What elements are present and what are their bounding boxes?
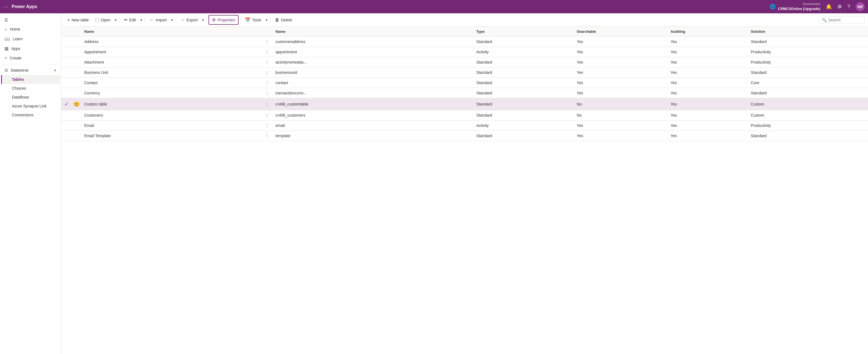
bell-icon[interactable]: 🔔	[826, 4, 832, 10]
row-check-cell[interactable]	[61, 120, 72, 131]
row-dots[interactable]: ⋮	[261, 131, 272, 141]
row-check-cell[interactable]: ✓	[61, 98, 72, 110]
row-check-cell[interactable]	[61, 110, 72, 120]
col-header-solution[interactable]: Solution	[748, 27, 868, 37]
sidebar-create-label: Create	[10, 56, 22, 60]
home-icon: ⌂	[4, 27, 7, 32]
row-check-cell[interactable]	[61, 88, 72, 98]
delete-button[interactable]: 🗑 Delete	[272, 16, 295, 24]
properties-button[interactable]: ⚙ Properties	[209, 15, 239, 25]
sidebar-item-connections[interactable]: Connections	[1, 110, 60, 119]
grid-icon[interactable]: ⋯	[3, 4, 8, 10]
edit-icon: ✏	[124, 17, 128, 23]
row-check-cell[interactable]	[61, 131, 72, 141]
sidebar-learn-label: Learn	[13, 37, 23, 41]
col-header-check	[61, 27, 72, 37]
sidebar-item-azure-synapse[interactable]: Azure Synapse Link	[1, 102, 60, 110]
row-check-cell[interactable]	[61, 57, 72, 67]
row-dots[interactable]: ⋮	[261, 57, 272, 67]
create-icon: +	[4, 56, 7, 61]
row-solution: Productivity	[748, 47, 868, 57]
row-dots[interactable]: ⋮	[261, 78, 272, 88]
table-row[interactable]: Appointment ⋮ appointment Activity Yes Y…	[61, 47, 868, 57]
sidebar-item-home[interactable]: ⌂ Home	[1, 25, 60, 34]
row-dots[interactable]: ⋮	[261, 98, 272, 110]
sidebar-item-create[interactable]: + Create	[1, 53, 60, 63]
row-auditing: Yes	[667, 131, 748, 141]
new-table-button[interactable]: + New table	[64, 16, 92, 24]
row-name-value: email	[272, 120, 473, 131]
row-check-cell[interactable]	[61, 47, 72, 57]
search-input[interactable]	[828, 18, 862, 22]
row-dots[interactable]: ⋮	[261, 47, 272, 57]
sidebar-item-dataflows[interactable]: Dataflows	[1, 93, 60, 102]
table-row[interactable]: Attachment ⋮ activitymimeatta... Standar…	[61, 57, 868, 67]
import-button[interactable]: ← Import	[147, 16, 169, 24]
row-dots[interactable]: ⋮	[261, 37, 272, 47]
table-row[interactable]: Email Template ⋮ template Standard Yes Y…	[61, 131, 868, 141]
edit-chevron[interactable]: ▾	[139, 16, 143, 24]
sidebar-item-apps[interactable]: ▦ Apps	[1, 44, 60, 53]
environment-label: Environment	[778, 2, 820, 6]
row-type: Activity	[473, 47, 573, 57]
environment-block[interactable]: Environment CRMC3Online (Upgrade)	[778, 2, 820, 11]
col-header-auditing[interactable]: Auditing	[667, 27, 748, 37]
toolbar: + New table ⬚ Open ▾ ✏ Edit ▾ ← Import ▾	[61, 13, 868, 27]
open-label: Open	[101, 18, 111, 22]
sidebar-divider	[1, 64, 60, 64]
help-icon[interactable]: ?	[847, 4, 850, 10]
row-dots[interactable]: ⋮	[261, 67, 272, 78]
sidebar-dataverse-header[interactable]: ⊙ Dataverse ∧	[1, 65, 60, 75]
table-row[interactable]: Email ⋮ email Activity Yes Yes Productiv…	[61, 120, 868, 131]
export-button[interactable]: → Export	[178, 16, 200, 24]
open-button[interactable]: ⬚ Open	[92, 15, 113, 24]
row-auditing: Yes	[667, 110, 748, 120]
table-row[interactable]: Customers ⋮ cr496_customers Standard No …	[61, 110, 868, 120]
col-header-type[interactable]: Type	[473, 27, 573, 37]
table-row[interactable]: Contact ⋮ contact Standard Yes Yes Core	[61, 78, 868, 88]
row-dots[interactable]: ⋮	[261, 120, 272, 131]
row-check-cell[interactable]	[61, 78, 72, 88]
export-chevron[interactable]: ▾	[201, 16, 205, 24]
col-header-namevalue[interactable]: Name	[272, 27, 473, 37]
row-name-value: activitymimeatta...	[272, 57, 473, 67]
tools-button[interactable]: 📅 Tools	[242, 15, 264, 24]
table-row[interactable]: Business Unit ⋮ businessunit Standard Ye…	[61, 67, 868, 78]
separator-3	[176, 17, 176, 23]
properties-icon: ⚙	[212, 17, 216, 23]
col-header-name[interactable]: Name	[81, 27, 261, 37]
tools-chevron[interactable]: ▾	[265, 16, 269, 24]
row-check-cell[interactable]	[61, 37, 72, 47]
edit-button[interactable]: ✏ Edit	[121, 15, 139, 24]
table-row[interactable]: ✓ 😊 Custom table ⋮ cr496_customtable Sta…	[61, 98, 868, 110]
search-box[interactable]: 🔍	[819, 16, 865, 24]
sidebar-tables-label: Tables	[12, 77, 24, 82]
sidebar-home-label: Home	[10, 27, 20, 31]
row-dots[interactable]: ⋮	[261, 88, 272, 98]
row-dots[interactable]: ⋮	[261, 110, 272, 120]
sidebar-hamburger[interactable]: ☰	[1, 15, 60, 25]
col-header-searchable[interactable]: Searchable	[573, 27, 667, 37]
row-check-cell[interactable]	[61, 67, 72, 78]
table-row[interactable]: Address ⋮ customeraddress Standard Yes Y…	[61, 37, 868, 47]
emoji-icon: 😊	[73, 101, 80, 107]
row-name: Attachment	[81, 57, 261, 67]
row-emoji-cell	[72, 67, 81, 78]
properties-label: Properties	[217, 18, 235, 22]
new-table-label: New table	[71, 18, 89, 22]
row-solution: Custom	[748, 110, 868, 120]
sidebar-item-learn[interactable]: 📖 Learn	[1, 34, 60, 44]
table-row[interactable]: Currency ⋮ transactioncurre... Standard …	[61, 88, 868, 98]
sidebar-item-tables[interactable]: Tables	[1, 75, 60, 84]
avatar[interactable]: MP	[856, 2, 865, 11]
separator-2	[145, 17, 145, 23]
new-table-icon: +	[67, 17, 70, 23]
sidebar-item-choices[interactable]: Choices	[1, 84, 60, 93]
edit-label: Edit	[129, 18, 136, 22]
open-chevron[interactable]: ▾	[114, 16, 118, 24]
gear-icon[interactable]: ⚙	[837, 4, 842, 10]
row-auditing: Yes	[667, 78, 748, 88]
sidebar-choices-label: Choices	[12, 86, 26, 91]
import-chevron[interactable]: ▾	[170, 16, 174, 24]
content-area: + New table ⬚ Open ▾ ✏ Edit ▾ ← Import ▾	[61, 13, 868, 354]
